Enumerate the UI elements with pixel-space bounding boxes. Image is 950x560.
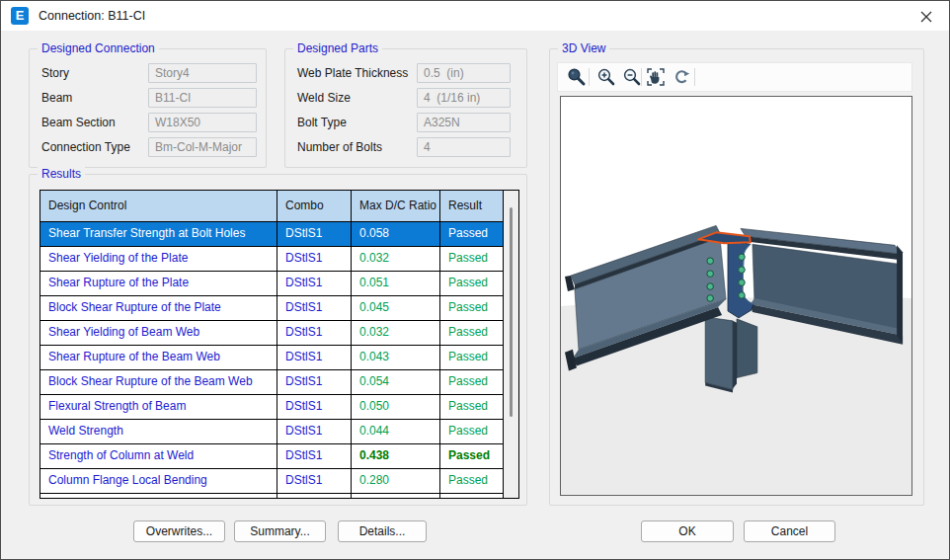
zoom-in-icon xyxy=(595,66,617,88)
result-row[interactable]: Shear Yielding of the PlateDStlS10.032Pa… xyxy=(40,247,503,272)
view3d-canvas[interactable] xyxy=(560,96,912,496)
header-result: Result xyxy=(440,191,503,221)
result-row[interactable]: Block Shear Rupture of the Beam WebDStlS… xyxy=(40,370,503,395)
web-plate-thickness-field: 0.5 (in) xyxy=(417,63,511,83)
etabs-logo-icon: E xyxy=(11,7,29,25)
result-row[interactable]: Strength of Column at WeldDStlS10.438Pas… xyxy=(40,444,503,469)
beam-section-label: Beam Section xyxy=(41,113,116,132)
results-group: Results Design Control Combo Max D/C Rat… xyxy=(29,174,527,506)
beam-label: Beam xyxy=(41,88,72,108)
story-label: Story xyxy=(41,63,69,83)
zoom-out-icon xyxy=(621,66,643,88)
result-row[interactable]: Shear Rupture of the PlateDStlS10.051Pas… xyxy=(40,272,503,296)
zoom-window-icon xyxy=(566,66,588,88)
result-row[interactable]: Block Shear Rupture of the PlateDStlS10.… xyxy=(40,296,503,321)
close-icon xyxy=(917,8,935,26)
result-row-partial xyxy=(40,494,503,499)
beam-section-field: W18X50 xyxy=(148,113,257,132)
view3d-group: 3D View xyxy=(549,48,924,506)
details-button[interactable]: Details... xyxy=(338,520,427,542)
weld-size-label: Weld Size xyxy=(297,88,351,108)
pan-hand-icon xyxy=(645,66,667,88)
toolbar-separator xyxy=(589,68,590,86)
story-field: Story4 xyxy=(148,63,257,83)
connection-3d-rendering xyxy=(561,97,911,495)
designed-connection-group: Designed Connection Story Story4 Beam B1… xyxy=(29,48,267,168)
header-combo: Combo xyxy=(277,191,352,221)
bolt-type-field: A325N xyxy=(417,113,511,132)
scrollbar-thumb[interactable] xyxy=(510,207,513,417)
beam-field: B11-CI xyxy=(148,88,257,108)
cancel-button[interactable]: Cancel xyxy=(744,520,835,542)
results-scrollbar[interactable] xyxy=(503,191,519,498)
result-row[interactable]: Flexural Strength of BeamDStlS10.050Pass… xyxy=(40,395,503,420)
summary-button[interactable]: Summary... xyxy=(234,520,326,542)
result-row[interactable]: Shear Transfer Strength at Bolt HolesDSt… xyxy=(40,222,503,247)
connection-type-field: Bm-Col-M-Major xyxy=(148,137,257,157)
designed-connection-legend: Designed Connection xyxy=(38,41,159,55)
web-plate-thickness-label: Web Plate Thickness xyxy=(297,63,408,83)
title-bar: E Connection: B11-CI xyxy=(1,1,949,31)
overwrites-button[interactable]: Overwrites... xyxy=(133,520,225,542)
bolt-type-label: Bolt Type xyxy=(297,113,347,132)
ok-button[interactable]: OK xyxy=(641,520,734,542)
close-button[interactable] xyxy=(917,8,935,26)
header-max-dc-ratio: Max D/C Ratio xyxy=(352,191,440,221)
view3d-legend: 3D View xyxy=(558,41,609,55)
connection-type-label: Connection Type xyxy=(41,137,130,157)
header-design-control: Design Control xyxy=(40,191,277,221)
weld-size-field: 4 (1/16 in) xyxy=(417,88,511,108)
results-header-row: Design Control Combo Max D/C Ratio Resul… xyxy=(40,191,503,222)
number-of-bolts-label: Number of Bolts xyxy=(297,137,382,157)
zoom-window-button[interactable] xyxy=(566,66,588,88)
result-row[interactable]: Shear Yielding of Beam WebDStlS10.032Pas… xyxy=(40,321,503,346)
result-row[interactable]: Weld StrengthDStlS10.044Passed xyxy=(40,420,503,444)
number-of-bolts-field: 4 xyxy=(417,137,511,157)
rotate-3d-button[interactable] xyxy=(671,66,692,88)
result-row[interactable]: Shear Rupture of the Beam WebDStlS10.043… xyxy=(40,346,503,370)
rotate-3d-icon xyxy=(671,66,692,88)
designed-parts-group: Designed Parts Web Plate Thickness 0.5 (… xyxy=(284,48,527,168)
dialog-title: Connection: B11-CI xyxy=(39,9,145,23)
result-row[interactable]: Column Flange Local BendingDStlS10.280Pa… xyxy=(40,469,503,494)
designed-parts-legend: Designed Parts xyxy=(293,41,382,55)
toolbar-separator xyxy=(694,68,695,86)
toolbar-separator xyxy=(641,68,642,86)
zoom-in-button[interactable] xyxy=(595,66,617,88)
zoom-out-button[interactable] xyxy=(621,66,643,88)
results-legend: Results xyxy=(38,167,85,181)
view3d-toolbar xyxy=(557,62,912,92)
results-table: Design Control Combo Max D/C Ratio Resul… xyxy=(40,190,519,499)
connection-dialog: E Connection: B11-CI Designed Connection… xyxy=(0,0,950,560)
results-grid: Design Control Combo Max D/C Ratio Resul… xyxy=(40,191,503,498)
pan-button[interactable] xyxy=(645,66,667,88)
